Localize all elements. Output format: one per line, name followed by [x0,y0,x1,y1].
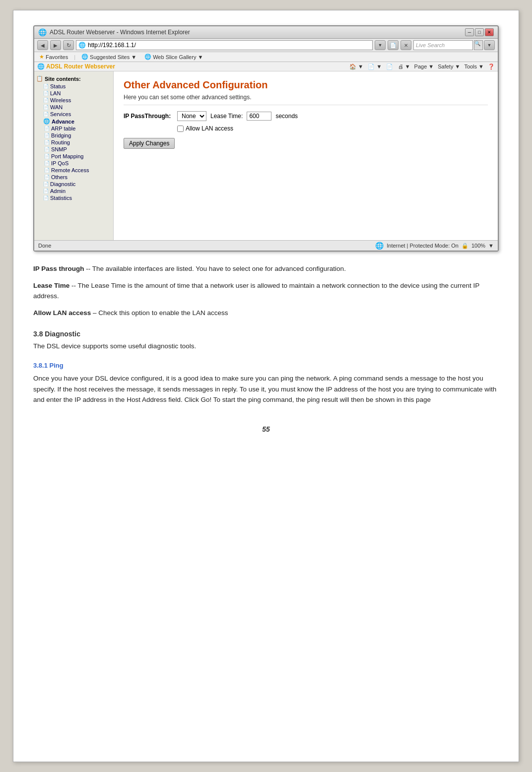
suggested-label: Suggested Sites ▼ [90,54,136,60]
sidebar-item-status[interactable]: 📄 Status [36,83,111,90]
sidebar-label-statistics: Statistics [50,195,72,201]
allow-lan-desc: – Check this option to enable the LAN ac… [93,309,228,317]
web-slice-label: Web Slice Gallery ▼ [153,54,203,60]
sidebar-item-admin[interactable]: 📄 Admin [36,188,111,194]
sidebar-label-services: Services [50,111,71,117]
page-subtext: Here you can set some other advanced set… [124,94,488,105]
others-icon: 📄 [44,175,50,180]
page-brand: 🌐 ADSL Router Webserver [37,63,115,70]
allow-lan-checkbox[interactable] [177,126,184,132]
zoom-button[interactable]: 100% [471,243,485,249]
star-icon: ★ [39,54,44,60]
browser-controls: ─ □ ✕ [465,28,494,36]
web-slice-button[interactable]: 🌐 Web Slice Gallery ▼ [142,53,205,61]
sidebar-item-others[interactable]: 📄 Others [36,174,111,181]
sidebar-label-diagnostic: Diagnostic [50,181,75,187]
sidebar-item-diagnostic[interactable]: 📄 Diagnostic [36,181,111,188]
search-go-button[interactable]: 🔍 [474,40,483,50]
bridging-icon: 📄 [44,133,50,138]
status-text: Done [38,243,51,249]
remoteaccess-icon: 📄 [44,168,50,173]
divider: | [74,54,75,60]
maximize-button[interactable]: □ [475,28,484,36]
ip-passthrough-row: IP PassThrough: None Lease Time: seconds [124,111,488,121]
browser-title-text: ADSL Router Webserver - Windows Internet… [50,29,190,36]
sidebar-item-snmp[interactable]: 📄 SNMP [36,146,111,153]
search-box[interactable]: Live Search [413,40,473,50]
url-text: http://192.168.1.1/ [88,42,136,49]
ip-passthrough-term: IP Pass through [33,265,84,272]
sidebar-label-ipqos: IP QoS [51,160,68,166]
address-bar-row: ◀ ▶ ↻ 🌐 http://192.168.1.1/ ▼ 📄 ✕ Live S… [34,39,498,52]
diagnostic-icon: 📄 [43,182,49,187]
sidebar-item-ipqos[interactable]: 📄 IP QoS [36,160,111,167]
services-icon: 📄 [43,112,49,117]
sidebar-item-services[interactable]: 📄 Services [36,111,111,118]
sidebar-item-arp[interactable]: 📄 ARP table [36,125,111,132]
help-button[interactable]: ❓ [488,64,495,70]
back-button[interactable]: ◀ [37,40,48,50]
protected-mode-text: Internet | Protected Mode: On [387,243,459,249]
sidebar-label-wireless: Wireless [50,97,71,103]
sidebar-item-wireless[interactable]: 📄 Wireless [36,97,111,104]
allow-lan-row: Allow LAN access [177,125,488,132]
sidebar-item-wan[interactable]: 📄 WAN [36,104,111,111]
subsection-381-heading: 3.8.1 Ping [33,362,499,369]
sidebar-label-remoteaccess: Remote Access [51,167,89,173]
lease-time-paragraph: Lease Time -- The Lease Time is the amou… [33,280,499,302]
wan-icon: 📄 [43,105,49,110]
address-input[interactable]: 🌐 http://192.168.1.1/ [76,40,373,50]
sidebar-item-statistics[interactable]: 📄 Statistics [36,194,111,201]
page-toolbar: 🌐 ADSL Router Webserver 🏠 ▼ 📄 ▼ 📄 🖨 ▼ Pa… [34,62,498,71]
refresh-button[interactable]: ↻ [63,40,74,50]
apply-changes-button[interactable]: Apply Changes [124,138,175,149]
brand-icon: 🌐 [37,63,45,70]
sidebar-item-bridging[interactable]: 📄 Bridging [36,132,111,139]
sidebar-label-status: Status [50,83,66,89]
sidebar-item-lan[interactable]: 📄 LAN [36,90,111,97]
seconds-label: seconds [275,113,298,120]
portmapping-icon: 📄 [44,154,50,159]
ip-passthrough-paragraph: IP Pass through -- The available interfa… [33,263,499,274]
routing-icon: 📄 [44,140,50,145]
nav-go-button[interactable]: ▼ [375,40,386,50]
favorites-button[interactable]: ★ Favorites [37,53,70,61]
suggested-sites-button[interactable]: 🌐 Suggested Sites ▼ [79,53,138,61]
search-placeholder: Live Search [416,42,445,48]
wireless-icon: 📄 [43,98,49,103]
page-menu[interactable]: Page ▼ [414,64,434,69]
sidebar-label-portmapping: Port Mapping [51,153,83,159]
browser-window: 🌐 ADSL Router Webserver - Windows Intern… [33,25,499,252]
ip-passthrough-select[interactable]: None [177,111,206,121]
sidebar-label-routing: Routing [51,139,70,145]
sidebar-item-routing[interactable]: 📄 Routing [36,139,111,146]
sidebar-label-bridging: Bridging [51,132,71,138]
sidebar-item-advance[interactable]: 🌐 Advance [36,118,111,125]
arp-icon: 📄 [44,126,50,131]
allow-lan-paragraph: Allow LAN access – Check this option to … [33,308,499,319]
stop-button[interactable]: ✕ [400,40,411,50]
sidebar-label-wan: WAN [50,104,63,110]
lease-time-desc: -- The Lease Time is the amount of time … [33,282,479,300]
sidebar-item-remoteaccess[interactable]: 📄 Remote Access [36,167,111,174]
browser-title: 🌐 ADSL Router Webserver - Windows Intern… [38,28,190,36]
sidebar-label-snmp: SNMP [51,146,67,152]
forward-button[interactable]: ▶ [50,40,61,50]
tools-menu[interactable]: Tools ▼ [464,64,484,69]
lease-time-input[interactable] [247,112,271,121]
search-dropdown[interactable]: ▼ [484,40,495,50]
sidebar-header-icon: 📋 [36,75,43,82]
safety-menu[interactable]: Safety ▼ [438,64,460,69]
sidebar-label-arp: ARP table [51,126,75,131]
minimize-button[interactable]: ─ [465,28,474,36]
page-heading: Other Advanced Configuration [124,79,488,91]
page-icon: 🌐 [78,42,86,49]
admin-icon: 📄 [43,189,49,193]
sidebar-label-advance: Advance [52,119,74,125]
apply-row: Apply Changes [124,136,488,149]
web-slice-icon: 🌐 [144,54,151,60]
allow-lan-term: Allow LAN access [33,309,91,317]
close-button[interactable]: ✕ [485,28,494,36]
sidebar-item-portmapping[interactable]: 📄 Port Mapping [36,153,111,160]
zoom-dropdown[interactable]: ▼ [488,243,494,249]
